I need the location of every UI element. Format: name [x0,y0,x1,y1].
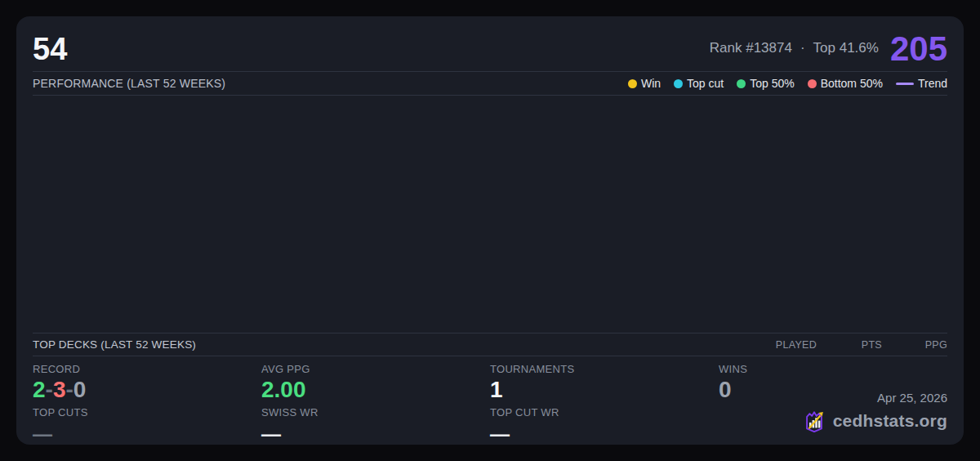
topdecks-title: TOP DECKS (LAST 52 WEEKS) [33,338,196,351]
legend-item: Bottom 50% [808,77,883,90]
legend-item: Top 50% [737,77,794,90]
stat-label: TOP CUT WR [490,406,719,418]
card-header: 54 Rank #13874 · Top 41.6% 205 [33,16,947,71]
stat-value: — [490,423,719,445]
generated-date: Apr 25, 2026 [802,391,947,405]
stat-label: RECORD [33,363,261,375]
stat-label: AVG PPG [261,363,490,375]
legend-label: Win [641,77,661,90]
stat-value: 2.00 [261,378,490,402]
brand-row: cedhstats.org [802,409,947,433]
legend-dot-icon [808,79,817,88]
cedhstats-logo-icon [802,409,826,433]
topdecks-header: TOP DECKS (LAST 52 WEEKS) PLAYED PTS PPG [33,333,947,356]
rank-text: Rank #13874 [710,40,792,56]
rank-separator: · [800,40,805,56]
legend-dot-icon [737,79,746,88]
performance-header: PERFORMANCE (LAST 52 WEEKS) WinTop cutTo… [33,72,947,95]
legend-item: Trend [896,77,947,90]
stat-value: 1 [490,378,719,402]
stat-value: — [33,423,261,445]
performance-title: PERFORMANCE (LAST 52 WEEKS) [33,77,225,90]
legend-label: Trend [918,77,947,90]
stat-column: AVG PPG2.00SWISS WR— [261,363,490,445]
column-pts: PTS [817,339,882,351]
legend-label: Top cut [687,77,724,90]
stat-value: — [261,423,490,445]
stat-label: WINS [719,363,947,375]
legend-label: Bottom 50% [821,77,883,90]
stat-column: RECORD2-3-0TOP CUTS— [33,363,261,445]
trend-line-swatch [896,83,914,85]
brand-name: cedhstats.org [833,411,947,431]
deck-score: 54 [33,34,67,65]
percentile-text: Top 41.6% [813,40,879,56]
performance-chart-area [33,96,947,333]
card-footer: Apr 25, 2026 cedhstats.org [802,391,947,433]
legend-dot-icon [674,79,683,88]
points-value: 205 [890,33,947,65]
column-ppg: PPG [882,339,947,351]
stat-column: TOURNAMENTS1TOP CUT WR— [490,363,719,445]
rank-line: Rank #13874 · Top 41.6% [710,40,879,56]
topdecks-columns: PLAYED PTS PPG [743,339,947,351]
legend-label: Top 50% [750,77,794,90]
player-stats-card: 54 Rank #13874 · Top 41.6% 205 PERFORMAN… [16,16,964,445]
column-played: PLAYED [743,339,817,351]
stat-label: TOURNAMENTS [490,363,719,375]
legend-dot-icon [628,79,637,88]
legend-item: Top cut [674,77,724,90]
stat-value: 2-3-0 [33,378,261,402]
stat-label: SWISS WR [261,406,490,418]
rank-summary: Rank #13874 · Top 41.6% 205 [710,33,947,65]
performance-legend: WinTop cutTop 50%Bottom 50%Trend [628,77,947,90]
stat-label: TOP CUTS [33,406,261,418]
legend-item: Win [628,77,661,90]
